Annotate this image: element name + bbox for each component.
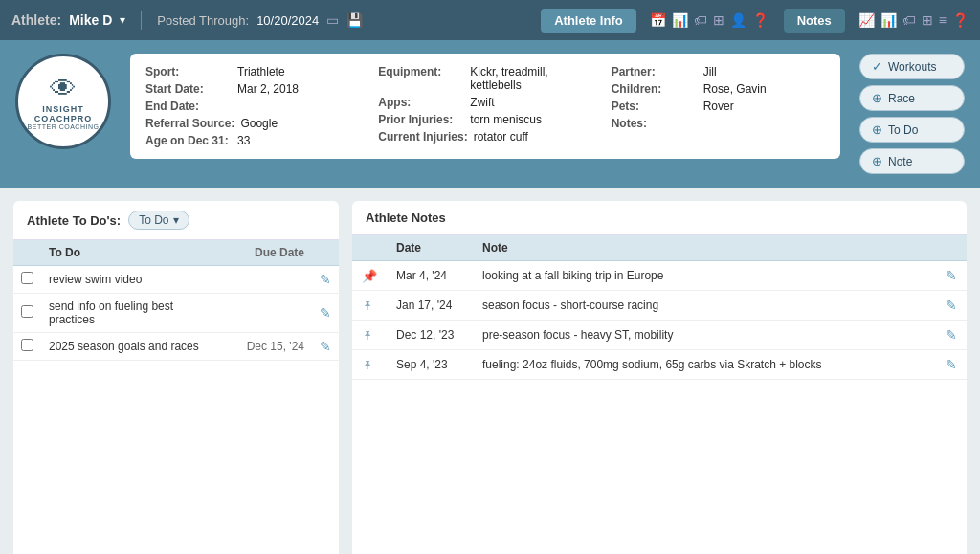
todo-text-2: 2025 season goals and races — [41, 333, 226, 361]
profile-actions: ✓ Workouts ⊕ Race ⊕ To Do ⊕ Note — [859, 54, 965, 174]
partner-value: Jill — [703, 65, 717, 78]
referral-row: Referral Source: Google — [145, 117, 359, 130]
note-date-1: Jan 17, '24 — [387, 291, 473, 321]
notes-panel: Athlete Notes Date Note 📌 Mar 4, '24 loo… — [352, 201, 967, 554]
posted-through-date: 10/20/2024 — [256, 13, 319, 28]
todo-edit-icon-2[interactable]: ✎ — [320, 339, 331, 354]
todo-checkbox-1[interactable] — [21, 305, 33, 318]
list-icon[interactable]: ≡ — [939, 12, 947, 28]
todo-edit-icon-1[interactable]: ✎ — [320, 305, 331, 321]
note-text-3: fueling: 24oz fluids, 700mg sodium, 65g … — [473, 350, 936, 380]
note-edit-icon-0[interactable]: ✎ — [946, 268, 957, 283]
todo-col-due: Due Date — [226, 240, 312, 266]
todo-checkbox-0[interactable] — [21, 272, 33, 284]
note-date-2: Dec 12, '23 — [387, 321, 473, 350]
workouts-button[interactable]: ✓ Workouts — [859, 54, 965, 79]
calendar2-icon[interactable]: 📅 — [650, 12, 666, 28]
todo-col-todo: To Do — [41, 240, 226, 266]
profile-section: 👁 INSIGHT COACHPRO BETTER COACHING Sport… — [0, 40, 980, 188]
table-row: 🖈 Sep 4, '23 fueling: 24oz fluids, 700mg… — [352, 350, 967, 380]
note-button[interactable]: ⊕ Note — [859, 148, 965, 174]
age-value: 33 — [237, 134, 250, 147]
table-row: 2025 season goals and races Dec 15, '24 … — [13, 333, 339, 361]
referral-value: Google — [240, 117, 278, 130]
end-date-label: End Date: — [145, 100, 232, 113]
note-text-0: looking at a fall biking trip in Europe — [473, 261, 936, 291]
note-edit-icon-3[interactable]: ✎ — [946, 357, 957, 372]
pets-label: Pets: — [612, 100, 698, 113]
note-date-0: Mar 4, '24 — [387, 261, 473, 291]
notes-panel-title: Athlete Notes — [366, 211, 446, 225]
note-text-2: pre-season focus - heavy ST, mobility — [473, 321, 936, 350]
todo-due-1 — [226, 294, 312, 333]
tag2-icon[interactable]: 🏷 — [902, 12, 916, 28]
note-edit-icon-1[interactable]: ✎ — [946, 298, 957, 313]
prior-injuries-value: torn meniscus — [470, 113, 542, 126]
add-note-icon: ⊕ — [872, 154, 882, 168]
check-icon: ✓ — [872, 59, 882, 74]
notes-table-header-row: Date Note — [352, 235, 967, 261]
children-row: Children: Rose, Gavin — [612, 82, 825, 96]
table-row: send info on fueling best practices ✎ — [13, 294, 339, 333]
notes-label: Notes: — [612, 117, 698, 130]
help-icon[interactable]: ❓ — [752, 12, 768, 28]
athlete-label: Athlete: — [11, 12, 61, 28]
athlete-info-button[interactable]: Athlete Info — [541, 9, 636, 33]
column-chart-icon[interactable]: 📊 — [880, 12, 897, 28]
logo-line2: COACHPRO — [34, 114, 93, 123]
pin-outline-icon-3[interactable]: 🖈 — [362, 358, 374, 372]
start-date-row: Start Date: Mar 2, 2018 — [145, 82, 359, 96]
pin-icon-0[interactable]: 📌 — [362, 269, 377, 283]
todo-button[interactable]: ⊕ To Do — [859, 117, 965, 143]
pin-outline-icon-1[interactable]: 🖈 — [362, 299, 374, 313]
calendar-icon[interactable]: ▭ — [326, 12, 339, 28]
todo-text-0: review swim video — [41, 266, 226, 294]
sport-label: Sport: — [145, 65, 232, 78]
save-icon[interactable]: 💾 — [346, 12, 363, 28]
current-injuries-value: rotator cuff — [474, 130, 528, 144]
start-date-value: Mar 2, 2018 — [237, 82, 299, 96]
apps-value: Zwift — [470, 96, 494, 109]
equipment-label: Equipment: — [378, 65, 464, 78]
todo-col-check — [13, 240, 41, 266]
current-injuries-label: Current Injuries: — [378, 130, 467, 144]
person-icon[interactable]: 👤 — [730, 12, 746, 28]
current-injuries-row: Current Injuries: rotator cuff — [378, 130, 591, 144]
partner-label: Partner: — [612, 65, 698, 78]
notes-col-edit — [936, 235, 967, 261]
sport-value: Triathlete — [237, 65, 285, 78]
notes-table: Date Note 📌 Mar 4, '24 looking at a fall… — [352, 235, 967, 380]
table-row: 🖈 Dec 12, '23 pre-season focus - heavy S… — [352, 321, 967, 350]
notes-panel-header: Athlete Notes — [352, 201, 967, 235]
todo-checkbox-2[interactable] — [21, 339, 33, 351]
todo-edit-icon-0[interactable]: ✎ — [320, 272, 331, 287]
race-button[interactable]: ⊕ Race — [859, 85, 965, 111]
notes-button[interactable]: Notes — [784, 9, 845, 33]
profile-col1: Sport: Triathlete Start Date: Mar 2, 201… — [145, 65, 359, 147]
table-row: review swim video ✎ — [13, 266, 339, 294]
bar-chart-icon[interactable]: 📈 — [858, 12, 875, 28]
notes-row: Notes: — [612, 117, 825, 130]
todo-due-2: Dec 15, '24 — [226, 333, 312, 361]
chart-icon[interactable]: 📊 — [672, 12, 688, 28]
referral-label: Referral Source: — [145, 117, 234, 130]
tag-icon[interactable]: 🏷 — [694, 12, 707, 28]
athlete-dropdown[interactable]: ▾ — [120, 13, 125, 27]
note-text-1: season focus - short-course racing — [473, 291, 936, 321]
end-date-row: End Date: — [145, 100, 359, 113]
apps-label: Apps: — [378, 96, 464, 109]
logo: 👁 INSIGHT COACHPRO BETTER COACHING — [15, 54, 111, 149]
table-icon[interactable]: ⊞ — [922, 12, 933, 28]
pin-outline-icon-2[interactable]: 🖈 — [362, 328, 374, 343]
table-row: 📌 Mar 4, '24 looking at a fall biking tr… — [352, 261, 967, 291]
help2-icon[interactable]: ❓ — [952, 12, 969, 28]
table-row: 🖈 Jan 17, '24 season focus - short-cours… — [352, 291, 967, 321]
todo-filter-dropdown[interactable]: To Do ▾ — [128, 211, 189, 230]
equipment-row: Equipment: Kickr, treadmill, kettlebells — [378, 65, 591, 92]
athlete-name: Mike D — [69, 12, 112, 28]
grid-icon[interactable]: ⊞ — [713, 12, 724, 28]
apps-row: Apps: Zwift — [378, 96, 591, 109]
notes-col-pin — [352, 235, 387, 261]
prior-injuries-row: Prior Injuries: torn meniscus — [378, 113, 591, 126]
note-edit-icon-2[interactable]: ✎ — [946, 327, 957, 343]
